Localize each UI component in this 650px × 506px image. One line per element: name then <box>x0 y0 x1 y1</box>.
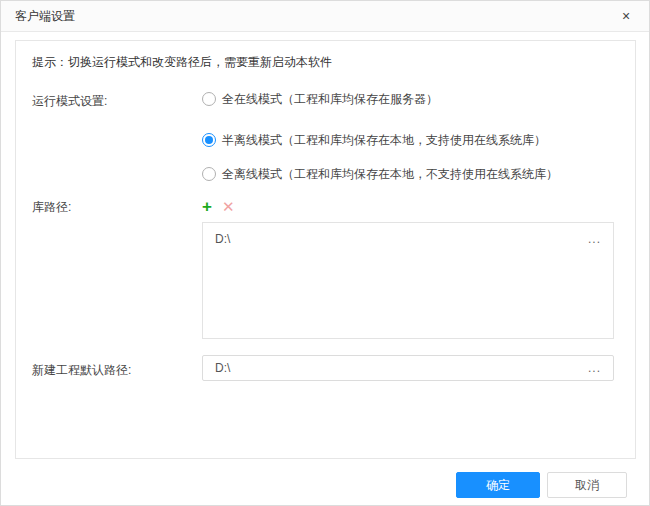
restart-hint-text: 提示：切换运行模式和改变路径后，需要重新启动本软件 <box>32 54 332 71</box>
browse-ellipsis-button[interactable]: ... <box>588 234 601 244</box>
default-project-path-input[interactable]: D:\ ... <box>202 355 614 381</box>
radio-circle-icon <box>202 167 216 181</box>
client-settings-dialog: 客户端设置 × 提示：切换运行模式和改变路径后，需要重新启动本软件 运行模式设置… <box>0 0 650 506</box>
cancel-button[interactable]: 取消 <box>547 472 627 498</box>
radio-dot <box>205 136 213 144</box>
dialog-title: 客户端设置 <box>15 9 75 23</box>
close-icon[interactable]: × <box>611 1 641 31</box>
default-project-path-value: D:\ <box>215 361 230 375</box>
radio-label: 半离线模式（工程和库均保存在本地，支持使用在线系统库） <box>222 132 546 149</box>
library-path-value: D:\ <box>215 232 230 246</box>
default-project-path-label: 新建工程默认路径: <box>32 362 131 379</box>
radio-full-online-mode[interactable]: 全在线模式（工程和库均保存在服务器） <box>202 91 438 107</box>
radio-label: 全离线模式（工程和库均保存在本地，不支持使用在线系统库） <box>222 166 558 183</box>
dialog-titlebar: 客户端设置 × <box>1 1 649 32</box>
browse-ellipsis-button[interactable]: ... <box>588 363 601 373</box>
library-path-list[interactable]: D:\ ... <box>202 222 614 339</box>
radio-full-offline-mode[interactable]: 全离线模式（工程和库均保存在本地，不支持使用在线系统库） <box>202 166 558 182</box>
run-mode-label: 运行模式设置: <box>32 93 107 110</box>
remove-path-icon[interactable]: ✕ <box>222 199 235 215</box>
library-path-list-item[interactable]: D:\ ... <box>203 223 613 254</box>
radio-semi-offline-mode[interactable]: 半离线模式（工程和库均保存在本地，支持使用在线系统库） <box>202 132 546 148</box>
ok-button[interactable]: 确定 <box>456 472 540 498</box>
add-path-icon[interactable]: + <box>202 199 212 215</box>
settings-panel: 提示：切换运行模式和改变路径后，需要重新启动本软件 运行模式设置: 全在线模式（… <box>15 40 636 459</box>
radio-label: 全在线模式（工程和库均保存在服务器） <box>222 91 438 108</box>
radio-circle-icon <box>202 133 216 147</box>
library-path-toolbar: + ✕ <box>202 199 235 215</box>
radio-circle-icon <box>202 92 216 106</box>
library-path-label: 库路径: <box>32 199 71 216</box>
